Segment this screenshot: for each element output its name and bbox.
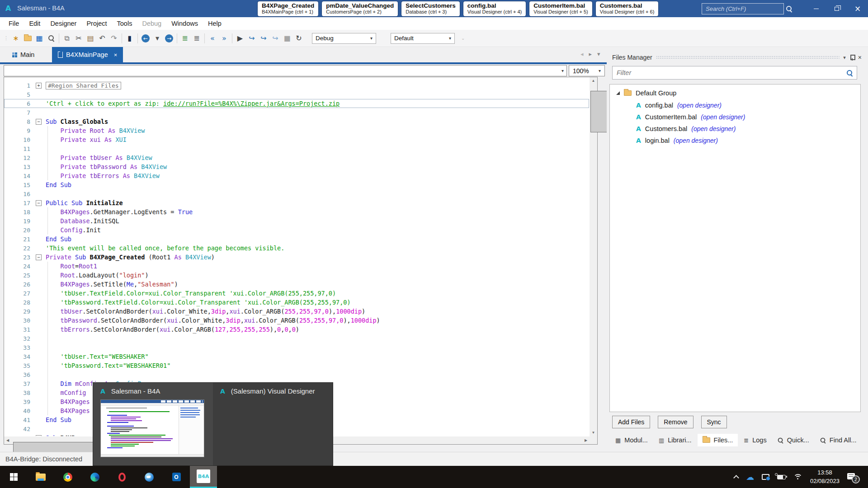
search-input[interactable]: [706, 5, 786, 12]
restore-button[interactable]: [826, 0, 847, 17]
taskbar-outlook-button[interactable]: O: [163, 466, 190, 488]
step-into-icon[interactable]: ↪: [246, 33, 258, 44]
open-designer-link[interactable]: (open designer): [701, 113, 745, 121]
step-out-icon[interactable]: ↪: [269, 33, 281, 44]
fold-marker-icon[interactable]: −: [36, 435, 42, 436]
build-config-combo[interactable]: Default▾: [391, 33, 455, 44]
stop-icon[interactable]: ■: [281, 33, 293, 44]
redo-icon[interactable]: ↷: [108, 33, 120, 44]
pin-icon[interactable]: [849, 54, 854, 61]
fold-marker-icon[interactable]: −: [36, 254, 42, 260]
filter-input[interactable]: [617, 69, 847, 76]
numlist-icon[interactable]: ≣: [191, 33, 203, 44]
scroll-up-icon[interactable]: ▲: [590, 77, 597, 84]
file-item-login.bal[interactable]: Alogin.bal(open designer): [636, 135, 858, 146]
quick-tab-1[interactable]: B4XPage_CreatedB4XMainPage (ctrl + 1): [258, 1, 318, 16]
fold-marker-icon[interactable]: −: [36, 119, 42, 125]
close-button[interactable]: ×: [847, 0, 868, 17]
remove-button[interactable]: Remove: [658, 416, 693, 428]
forward-icon[interactable]: →: [163, 33, 175, 44]
list-icon[interactable]: ≣: [179, 33, 191, 44]
window-thumbnail[interactable]: [100, 399, 204, 457]
taskbar-edge-button[interactable]: [81, 466, 108, 488]
display-sync-icon[interactable]: [762, 474, 769, 480]
open-designer-link[interactable]: (open designer): [677, 102, 722, 109]
tab-list-dropdown-icon[interactable]: ▾: [597, 51, 600, 57]
preview-pane-2[interactable]: A(Salesman) Visual Designer: [213, 383, 333, 465]
fold-marker-icon[interactable]: −: [36, 200, 42, 206]
member-navigator-combo[interactable]: ▾: [4, 65, 567, 76]
window-icon[interactable]: ⧉: [61, 33, 73, 44]
fold-marker-icon[interactable]: +: [36, 83, 42, 89]
taskbar-chrome-button[interactable]: [54, 466, 81, 488]
taskbar-explorer-button[interactable]: [27, 466, 54, 488]
search-icon[interactable]: [786, 6, 792, 12]
export-zip-link[interactable]: ide://run?File=%B4X%\Zipper.jar&Args=Pro…: [163, 100, 340, 107]
debug-mode-combo[interactable]: Debug▾: [312, 33, 376, 44]
save-icon[interactable]: ▦: [33, 33, 45, 44]
onedrive-icon[interactable]: ☁: [746, 472, 754, 482]
quick-tab-4[interactable]: config.balVisual Designer (ctrl + 4): [463, 1, 526, 16]
clock[interactable]: 13:58 02/08/2023: [810, 469, 840, 485]
panel-tab-find all[interactable]: Find All...: [815, 434, 862, 446]
panel-tab-files[interactable]: Files...: [698, 434, 738, 446]
open-designer-link[interactable]: (open designer): [674, 137, 718, 144]
menu-file[interactable]: File: [4, 20, 24, 27]
preview-pane-1[interactable]: ASalesman - B4A: [93, 383, 213, 465]
wifi-icon[interactable]: [793, 474, 802, 480]
toolbar-overflow-icon[interactable]: ⌄: [461, 36, 464, 41]
tab-scroll-right-icon[interactable]: ▸: [589, 51, 592, 57]
new-icon[interactable]: ∗: [10, 33, 22, 44]
panel-tab-modul[interactable]: ▦Modul...: [610, 434, 653, 446]
minimize-button[interactable]: [806, 0, 826, 17]
scroll-right-icon[interactable]: ▶: [582, 436, 590, 444]
restart-icon[interactable]: ↻: [293, 33, 305, 44]
open-designer-link[interactable]: (open designer): [691, 125, 736, 132]
menu-debug[interactable]: Debug: [137, 20, 166, 27]
dropdown-icon[interactable]: ▾: [151, 33, 163, 44]
run-icon[interactable]: ▶: [234, 33, 246, 44]
indent-icon[interactable]: »: [218, 33, 230, 44]
back-icon[interactable]: ←: [140, 33, 151, 44]
quick-tab-3[interactable]: SelectCustomersDatabase (ctrl + 3): [401, 1, 459, 16]
find-icon[interactable]: [45, 33, 57, 44]
panel-close-icon[interactable]: ×: [858, 54, 862, 61]
tab-scroll-left-icon[interactable]: ◂: [580, 51, 584, 57]
taskbar-b4a-button[interactable]: B4A: [190, 466, 217, 488]
battery-icon[interactable]: [777, 475, 786, 479]
quick-tab-6[interactable]: Customers.balVisual Designer (ctrl + 6): [596, 1, 659, 16]
menu-tools[interactable]: Tools: [112, 20, 137, 27]
expand-arrow-icon[interactable]: [616, 91, 620, 95]
add-files-button[interactable]: Add Files: [612, 416, 650, 428]
menu-project[interactable]: Project: [81, 20, 112, 27]
file-item-CustomerItem.bal[interactable]: ACustomerItem.bal(open designer): [636, 111, 858, 123]
panel-drag-texture[interactable]: [656, 56, 840, 59]
taskbar-opera-button[interactable]: [108, 466, 136, 488]
taskbar-start-button[interactable]: [0, 466, 27, 488]
menu-edit[interactable]: Edit: [24, 20, 45, 27]
open-icon[interactable]: [22, 33, 33, 44]
menu-windows[interactable]: Windows: [166, 20, 203, 27]
file-item-config.bal[interactable]: Aconfig.bal(open designer): [636, 99, 858, 111]
notification-center-icon[interactable]: 2: [847, 473, 857, 481]
zoom-combo[interactable]: 100%▾: [569, 65, 605, 76]
tab-main[interactable]: Main: [6, 47, 40, 62]
filter-search-icon[interactable]: [847, 70, 853, 76]
vertical-scrollbar[interactable]: ▲ ▼: [590, 77, 597, 436]
taskbar-thunderbird-button[interactable]: [136, 466, 163, 488]
tree-group-row[interactable]: Default Group: [613, 88, 858, 99]
step-over-icon[interactable]: ↪: [258, 33, 269, 44]
tab-b4xmainpage[interactable]: B4XMainPage×: [52, 47, 123, 62]
panel-tab-librari[interactable]: ▥Librari...: [654, 434, 697, 446]
panel-tab-quick[interactable]: Quick...: [773, 434, 814, 446]
bookmark-icon[interactable]: ▮: [124, 33, 136, 44]
panel-tab-logs[interactable]: ≣Logs: [739, 434, 771, 446]
cut-icon[interactable]: ✂: [73, 33, 85, 44]
paste-icon[interactable]: ▤: [85, 33, 96, 44]
quick-tab-5[interactable]: CustomerItem.balVisual Designer (ctrl + …: [529, 1, 592, 16]
outdent-icon[interactable]: «: [207, 33, 218, 44]
menu-designer[interactable]: Designer: [45, 20, 81, 27]
undo-icon[interactable]: ↶: [96, 33, 108, 44]
quick-tab-2[interactable]: pmDate_ValueChangedCustomersPage (ctrl +…: [322, 1, 398, 16]
menu-help[interactable]: Help: [203, 20, 226, 27]
